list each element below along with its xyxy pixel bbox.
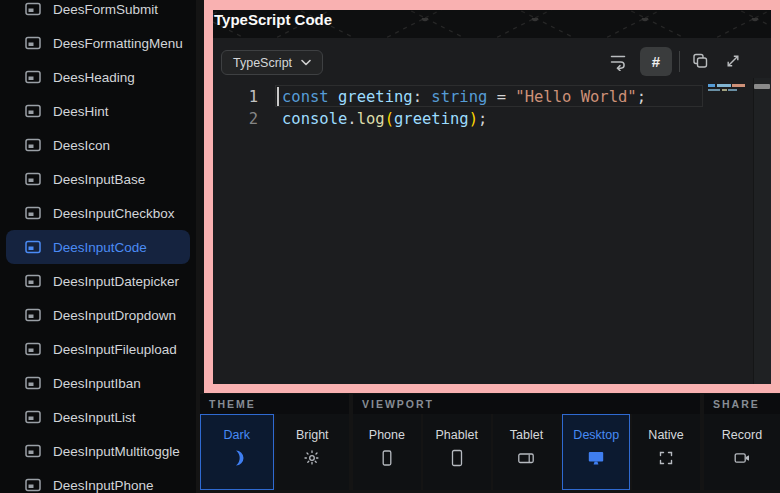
sidebar-item-deesicon[interactable]: DeesIcon [6,128,190,162]
demo-viewport: TypeScript Code TypeScript # [213,10,771,384]
scrollbar-thumb[interactable] [754,84,770,89]
component-icon [25,342,41,356]
code-text: const greeting: string = "Hello World"; [282,86,646,108]
sidebar-item-deesinputfileupload[interactable]: DeesInputFileupload [6,332,190,366]
tablet-icon [516,448,536,468]
sidebar-item-label: DeesFormattingMenu [53,36,183,51]
viewport-native-button[interactable]: Native [632,414,700,490]
sidebar-item-label: DeesInputCode [53,240,147,255]
code-text: console.log(greeting); [282,108,487,130]
minimap[interactable] [708,84,752,93]
component-icon [25,410,41,424]
scrollbar-track [753,78,771,384]
sidebar-item-deesinputdatepicker[interactable]: DeesInputDatepicker [6,264,190,298]
desktop-icon [586,448,606,468]
theme-section-label: THEME [200,394,349,414]
word-wrap-icon[interactable] [608,51,628,71]
sidebar-item-deeshint[interactable]: DeesHint [6,94,190,128]
sidebar-item-deesinputbase[interactable]: DeesInputBase [6,162,190,196]
component-icon [25,172,41,186]
phablet-icon [447,448,467,468]
sidebar-item-label: DeesInputIban [53,376,141,391]
component-icon [25,478,41,492]
sidebar-item-label: DeesInputDropdown [53,308,176,323]
sidebar-item-label: DeesInputList [53,410,136,425]
sidebar-item-deesinputphone[interactable]: DeesInputPhone [6,468,190,493]
sidebar-item-label: DeesInputPhone [53,478,154,493]
record-icon [732,448,752,468]
component-sidebar: DeesFormSubmit DeesFormattingMenu DeesHe… [0,0,196,493]
chevron-down-icon [301,59,311,66]
component-list: DeesFormSubmit DeesFormattingMenu DeesHe… [0,0,196,493]
component-icon [25,2,41,16]
phone-icon [377,448,397,468]
theme-dark-button[interactable]: Dark [200,414,274,490]
minimap-line [708,89,752,92]
theme-bright-button[interactable]: Bright [276,414,350,490]
component-icon [25,206,41,220]
sidebar-item-deesinputiban[interactable]: DeesInputIban [6,366,190,400]
viewport-desktop-button[interactable]: Desktop [562,414,630,490]
sidebar-item-label: DeesHeading [53,70,135,85]
sidebar-item-label: DeesIcon [53,138,110,153]
theme-section: THEME Dark Bright [200,394,349,493]
viewport-section-label: VIEWPORT [353,394,700,414]
toolbar-divider [679,51,680,72]
code-editor: TypeScript # [213,38,771,384]
component-icon [25,274,41,288]
code-content[interactable]: 1 const greeting: string = "Hello World"… [213,86,771,130]
viewport-tablet-button[interactable]: Tablet [493,414,561,490]
sidebar-item-label: DeesFormSubmit [53,2,158,17]
component-icon [25,444,41,458]
share-section: SHARE Record [704,394,780,493]
share-record-button[interactable]: Record [704,414,780,490]
code-line: 1 const greeting: string = "Hello World"… [213,86,771,108]
language-select-button[interactable]: TypeScript [221,50,323,75]
sidebar-item-deesinputcheckbox[interactable]: DeesInputCheckbox [6,196,190,230]
sidebar-item-deesformattingmenu[interactable]: DeesFormattingMenu [6,26,190,60]
sidebar-item-deesinputlist[interactable]: DeesInputList [6,400,190,434]
code-line: 2 console.log(greeting); [213,108,771,130]
hash-icon: # [652,53,660,70]
sidebar-item-deesinputcode[interactable]: DeesInputCode [6,230,190,264]
viewport-phablet-button[interactable]: Phablet [423,414,491,490]
viewport-phone-button[interactable]: Phone [353,414,421,490]
native-corners-icon [656,448,676,468]
component-icon [25,376,41,390]
sidebar-item-label: DeesInputCheckbox [53,206,175,221]
line-number: 2 [213,108,258,130]
environment-toolbar: THEME Dark Bright VIEWPORT [200,394,780,493]
sidebar-item-label: DeesInputMultitoggle [53,444,180,459]
sidebar-item-label: DeesInputFileupload [53,342,177,357]
viewport-section: VIEWPORT Phone Phablet Tablet [353,394,700,493]
moon-icon [227,448,247,468]
component-icon [25,138,41,152]
sidebar-item-label: DeesInputDatepicker [53,274,179,289]
copy-icon[interactable] [690,51,710,71]
component-icon [25,308,41,322]
component-icon [25,36,41,50]
component-icon [25,240,41,254]
minimap-line [708,84,752,87]
sidebar-item-deesformsubmit[interactable]: DeesFormSubmit [6,0,190,26]
component-icon [25,104,41,118]
line-number: 1 [213,86,258,108]
sidebar-item-label: DeesInputBase [53,172,145,187]
demo-title: TypeScript Code [214,11,332,28]
sidebar-item-deesinputdropdown[interactable]: DeesInputDropdown [6,298,190,332]
sidebar-item-deesheading[interactable]: DeesHeading [6,60,190,94]
demo-frame: TypeScript Code TypeScript # [204,0,780,393]
component-icon [25,70,41,84]
sidebar-item-deesinputmultitoggle[interactable]: DeesInputMultitoggle [6,434,190,468]
expand-fullscreen-icon[interactable] [723,51,743,71]
sun-icon [302,448,322,468]
language-select-label: TypeScript [233,56,292,70]
share-section-label: SHARE [704,394,780,414]
sidebar-item-label: DeesHint [53,104,109,119]
line-numbers-toggle-button[interactable]: # [640,47,672,76]
